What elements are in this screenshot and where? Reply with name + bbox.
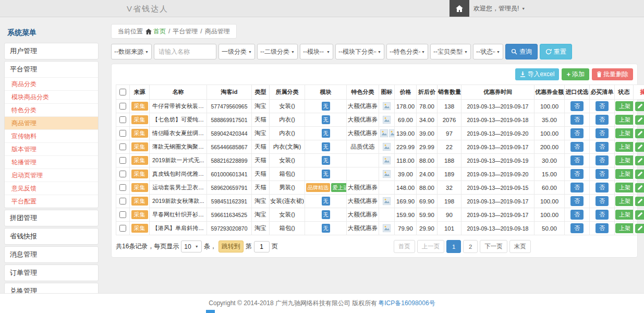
jump-button[interactable]: 跳转到: [218, 240, 244, 252]
sidebar-subitem[interactable]: 模块商品分类: [5, 90, 98, 103]
filter-select-feature-category[interactable]: --特色分类--▼: [386, 44, 428, 59]
filter-select-data-source[interactable]: --数据来源--▼: [111, 44, 152, 59]
must-buy-toggle[interactable]: 否: [596, 155, 609, 165]
sidebar-subitem[interactable]: 商品分类: [5, 77, 98, 90]
page-button[interactable]: 2: [463, 240, 478, 253]
import-select-toggle[interactable]: 否: [570, 155, 584, 165]
filter-select-item-type[interactable]: --宝贝类型--▼: [430, 44, 471, 59]
breadcrumb-home-link[interactable]: 首页: [145, 27, 166, 36]
must-buy-toggle[interactable]: 否: [596, 128, 609, 138]
sidebar-subitem[interactable]: 轮播管理: [5, 155, 98, 168]
module-badge: 无: [322, 210, 330, 219]
page-button[interactable]: 1: [446, 240, 461, 253]
sidebar-subitem[interactable]: 商品管理: [5, 116, 98, 129]
row-checkbox[interactable]: [119, 184, 126, 191]
edit-button[interactable]: [635, 183, 644, 192]
edit-button[interactable]: [635, 156, 644, 165]
import-select-toggle[interactable]: 否: [570, 169, 584, 179]
status-button[interactable]: 上架: [615, 155, 634, 165]
edit-button[interactable]: [635, 115, 644, 125]
user-menu[interactable]: 欢迎您，管理员! ▼: [473, 0, 525, 17]
must-buy-toggle[interactable]: 否: [596, 101, 609, 111]
must-buy-toggle[interactable]: 否: [596, 183, 609, 192]
status-button[interactable]: 上架: [615, 183, 634, 192]
must-buy-toggle[interactable]: 否: [596, 196, 609, 206]
sidebar-item[interactable]: 拼团管理: [5, 210, 98, 226]
filter-input-product-name[interactable]: [154, 44, 216, 59]
filter-select-status[interactable]: --状态--▼: [473, 44, 503, 59]
sidebar-item[interactable]: 订单管理: [5, 265, 98, 281]
import-select-toggle[interactable]: 否: [570, 210, 584, 220]
filter-select-module-subcategory[interactable]: --模块下分类--▼: [335, 44, 384, 59]
filter-select-module[interactable]: --模块--▼: [300, 44, 333, 59]
sidebar-item[interactable]: 消息管理: [5, 247, 98, 262]
sidebar-subitem[interactable]: 宣传物料: [5, 129, 98, 142]
filter-select-level1-category[interactable]: 一级分类▼: [218, 44, 255, 59]
edit-button[interactable]: [635, 129, 644, 138]
sidebar-subitem[interactable]: 启动页管理: [5, 168, 98, 182]
edit-button[interactable]: [635, 142, 644, 152]
row-checkbox[interactable]: [119, 211, 126, 218]
edit-button[interactable]: [635, 224, 644, 233]
import-select-toggle[interactable]: 否: [570, 101, 584, 111]
row-checkbox[interactable]: [119, 171, 126, 177]
import-select-toggle[interactable]: 否: [570, 196, 584, 206]
must-buy-toggle[interactable]: 否: [596, 210, 609, 220]
page-button[interactable]: 首页: [394, 240, 415, 253]
sidebar-subitem[interactable]: 特色分类: [5, 103, 98, 116]
cell-modules: 无: [305, 100, 347, 113]
import-select-toggle[interactable]: 否: [570, 128, 584, 138]
breadcrumb-item-platform[interactable]: 平台管理: [173, 27, 198, 36]
status-button[interactable]: 上架: [615, 210, 634, 220]
must-buy-toggle[interactable]: 否: [596, 223, 609, 233]
status-button[interactable]: 上架: [615, 196, 634, 206]
status-button[interactable]: 上架: [615, 128, 634, 138]
select-all-checkbox[interactable]: [119, 89, 126, 95]
status-button[interactable]: 上架: [615, 115, 634, 125]
import-select-toggle[interactable]: 否: [570, 115, 584, 125]
import-select-toggle[interactable]: 否: [570, 183, 584, 192]
reset-button[interactable]: 重置: [540, 44, 572, 59]
must-buy-toggle[interactable]: 否: [596, 169, 609, 179]
page-button[interactable]: 下一页: [480, 240, 507, 253]
edit-button[interactable]: [635, 210, 644, 220]
row-checkbox[interactable]: [119, 103, 126, 110]
search-button[interactable]: 查询: [505, 44, 538, 59]
edit-button[interactable]: [635, 197, 644, 206]
sidebar-item[interactable]: 省钱快报: [5, 228, 98, 244]
sidebar-subitem[interactable]: 版本管理: [5, 142, 98, 155]
must-buy-toggle[interactable]: 否: [596, 115, 609, 125]
row-checkbox[interactable]: [119, 198, 126, 204]
row-checkbox[interactable]: [119, 157, 126, 164]
breadcrumb-item-goods[interactable]: 商品管理: [205, 27, 230, 36]
sidebar-item[interactable]: 用户管理: [5, 43, 98, 59]
status-button[interactable]: 上架: [615, 101, 634, 111]
icp-link[interactable]: 粤ICP备16098006号: [378, 299, 435, 308]
cell-select: [116, 140, 130, 154]
sidebar-subitem[interactable]: 意见反馈: [5, 182, 98, 195]
edit-button[interactable]: [635, 102, 644, 111]
row-checkbox[interactable]: [119, 130, 126, 137]
add-button[interactable]: + 添加: [562, 68, 589, 80]
status-button[interactable]: 上架: [615, 223, 634, 233]
edit-button[interactable]: [635, 170, 644, 179]
page-number-input[interactable]: [254, 241, 270, 252]
home-button[interactable]: [449, 0, 469, 17]
import-excel-button[interactable]: 导入excel: [515, 68, 559, 80]
page-button[interactable]: 上一页: [417, 240, 445, 253]
sidebar-item[interactable]: 平台管理: [5, 62, 98, 77]
sidebar-subitem[interactable]: 平台配置: [5, 195, 98, 208]
batch-delete-button[interactable]: 批量删除: [592, 68, 633, 80]
import-select-toggle[interactable]: 否: [570, 142, 584, 152]
status-button[interactable]: 上架: [615, 169, 634, 179]
row-checkbox[interactable]: [119, 143, 126, 150]
column-header: 状态: [615, 85, 634, 100]
must-buy-toggle[interactable]: 否: [596, 142, 609, 152]
page-size-select[interactable]: 10 ▼: [181, 240, 201, 252]
page-button[interactable]: 末页: [509, 240, 531, 253]
status-button[interactable]: 上架: [615, 142, 634, 152]
filter-select-level2-category[interactable]: --二级分类--▼: [257, 44, 298, 59]
row-checkbox[interactable]: [119, 116, 126, 123]
import-select-toggle[interactable]: 否: [570, 223, 584, 233]
row-checkbox[interactable]: [119, 225, 126, 232]
